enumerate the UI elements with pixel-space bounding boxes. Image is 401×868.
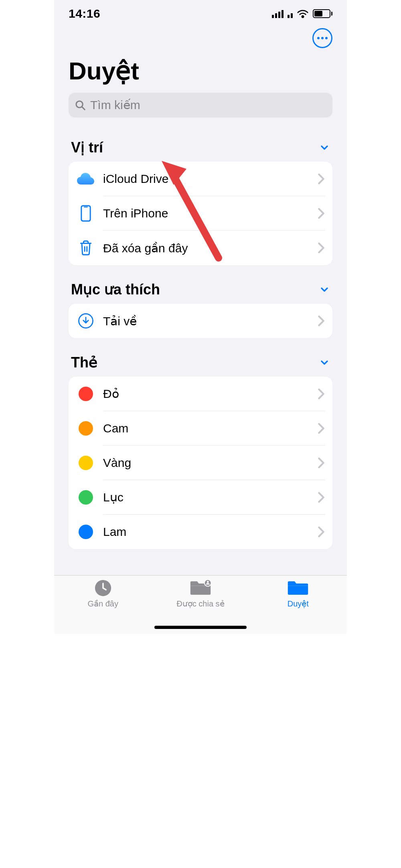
chevron-down-icon [319, 357, 330, 368]
iphone-icon [80, 205, 91, 222]
wifi-icon [297, 9, 309, 18]
chevron-right-icon [317, 173, 325, 185]
tab-label: Duyệt [288, 599, 309, 608]
tab-label: Được chia sẻ [176, 599, 224, 608]
list-item-label: Lục [103, 490, 124, 504]
list-item-label: Trên iPhone [103, 207, 168, 220]
tag-dot-icon [79, 525, 93, 539]
chevron-right-icon [317, 242, 325, 254]
list-item-label: Tải về [103, 314, 137, 328]
favorites-card: Tải về [69, 304, 332, 338]
chevron-right-icon [317, 208, 325, 219]
chevron-right-icon [317, 492, 325, 503]
list-item-label: Đã xóa gần đây [103, 241, 188, 255]
location-item-iphone[interactable]: Trên iPhone [69, 196, 332, 231]
list-item-label: Cam [103, 422, 128, 435]
list-item-label: iCloud Drive [103, 172, 168, 186]
svg-rect-2 [81, 206, 90, 221]
shared-folder-icon [189, 579, 212, 597]
section-header-locations[interactable]: Vị trí [69, 126, 332, 162]
locations-card: iCloud Drive Trên iPhone Đã xóa gần [69, 162, 332, 265]
signal-icon [272, 9, 293, 18]
tab-bar: Gần đây Được chia sẻ Duyệt [54, 575, 347, 634]
list-item-label: Đỏ [103, 387, 119, 401]
chevron-right-icon [317, 526, 325, 537]
search-bar[interactable] [69, 93, 332, 118]
battery-icon [313, 9, 332, 18]
search-input[interactable] [90, 98, 327, 112]
section-title: Vị trí [71, 139, 103, 156]
trash-icon [79, 240, 93, 256]
chevron-down-icon [319, 284, 330, 295]
tags-card: Đỏ Cam Vàng Lụ [69, 377, 332, 549]
tab-shared[interactable]: Được chia sẻ [152, 579, 249, 608]
status-icons [272, 9, 332, 18]
status-time: 14:16 [69, 7, 100, 20]
list-item-label: Vàng [103, 456, 131, 470]
tab-recents[interactable]: Gần đây [54, 579, 152, 608]
clock-icon [94, 579, 112, 597]
tag-item-green[interactable]: Lục [69, 480, 332, 515]
section-header-tags[interactable]: Thẻ [69, 338, 332, 377]
location-item-trash[interactable]: Đã xóa gần đây [69, 231, 332, 265]
svg-point-10 [207, 581, 209, 583]
tag-dot-icon [79, 490, 93, 505]
tag-item-yellow[interactable]: Vàng [69, 446, 332, 480]
tag-dot-icon [79, 387, 93, 401]
header: Duyệt [54, 24, 347, 126]
chevron-down-icon [319, 142, 330, 153]
chevron-right-icon [317, 315, 325, 327]
chevron-right-icon [317, 423, 325, 434]
section-header-favorites[interactable]: Mục ưa thích [69, 265, 332, 304]
tab-label: Gần đây [87, 599, 118, 608]
favorite-item-downloads[interactable]: Tải về [69, 304, 332, 338]
chevron-right-icon [317, 457, 325, 468]
svg-line-1 [82, 107, 85, 110]
list-item-label: Lam [103, 525, 126, 539]
more-button[interactable] [312, 28, 332, 48]
tag-item-orange[interactable]: Cam [69, 411, 332, 446]
chevron-right-icon [317, 388, 325, 400]
tag-item-red[interactable]: Đỏ [69, 377, 332, 411]
page-title: Duyệt [69, 56, 332, 85]
section-title: Mục ưa thích [71, 281, 160, 298]
status-bar: 14:16 [54, 0, 347, 24]
download-circle-icon [78, 313, 94, 329]
icloud-icon [77, 172, 95, 185]
search-icon [74, 99, 86, 111]
tag-dot-icon [79, 456, 93, 470]
section-title: Thẻ [71, 354, 97, 371]
home-indicator[interactable] [154, 626, 247, 629]
tag-item-blue[interactable]: Lam [69, 515, 332, 549]
tag-dot-icon [79, 421, 93, 436]
folder-icon [287, 579, 309, 597]
tab-browse[interactable]: Duyệt [249, 579, 347, 608]
location-item-icloud[interactable]: iCloud Drive [69, 162, 332, 196]
